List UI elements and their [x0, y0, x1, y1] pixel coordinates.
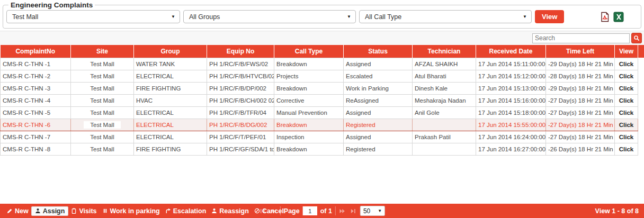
- new-button[interactable]: New: [4, 206, 31, 216]
- group-select[interactable]: All Groups ▼: [183, 10, 356, 23]
- cell-status: Assigned: [344, 58, 413, 70]
- cell-group: FIRE FIGHTING: [134, 143, 207, 155]
- cell-view[interactable]: Click: [615, 106, 638, 119]
- pdf-export-icon[interactable]: [600, 12, 610, 22]
- cell-status: ReAssigned: [344, 94, 413, 106]
- cell-view[interactable]: Click: [615, 70, 638, 82]
- table-row[interactable]: CMS-R C-THN -7Test MallELECTRICALPH 1/RC…: [1, 131, 644, 143]
- chevron-down-icon: ▼: [171, 14, 175, 19]
- col-header-site[interactable]: Site: [71, 45, 134, 58]
- cell-view[interactable]: Click: [615, 58, 638, 70]
- cell-status: Assigned: [344, 106, 413, 119]
- page-size-select[interactable]: 50 ▼: [360, 206, 385, 216]
- cell-group: ELECTRICAL: [134, 131, 207, 143]
- table-row[interactable]: CMS-R C-THN -6Test MallELECTRICALPH 1/RC…: [1, 119, 644, 131]
- row-filler: [638, 131, 644, 143]
- cell-view[interactable]: Click: [615, 82, 638, 94]
- view-button[interactable]: View: [535, 10, 564, 23]
- col-header-received-date[interactable]: Received Date: [476, 45, 546, 58]
- table-row[interactable]: CMS-R C-THN -3Test MallFIRE FIGHTINGPH 1…: [1, 82, 644, 94]
- site-select[interactable]: Test Mall ▼: [6, 10, 180, 23]
- cell-technician: Anil Gole: [413, 106, 476, 119]
- cell-call-type: Inspection: [274, 131, 344, 143]
- prev-page-icon: [270, 208, 276, 214]
- col-header-group[interactable]: Group: [134, 45, 207, 58]
- cell-complaint-no: CMS-R C-THN -8: [1, 143, 71, 155]
- cell-site: Test Mall: [71, 143, 134, 155]
- search-icon: [633, 35, 640, 41]
- pager-separator: [280, 206, 281, 215]
- first-page-button[interactable]: [259, 208, 266, 214]
- cell-complaint-no: CMS-R C-THN -6: [1, 119, 71, 131]
- row-filler: [638, 143, 644, 155]
- cell-group: ELECTRICAL: [134, 119, 207, 131]
- col-header-technician[interactable]: Technician: [413, 45, 476, 58]
- reassign-button[interactable]: Reassign: [209, 206, 252, 216]
- cell-time-left: -27 Day(s) 18 Hr 21 Min: [546, 131, 615, 143]
- col-header-status[interactable]: Status: [344, 45, 413, 58]
- cell-view[interactable]: Click: [615, 94, 638, 106]
- table-row[interactable]: CMS-R C-THN -5Test MallELECTRICALPH 1/RC…: [1, 106, 644, 119]
- cell-call-type: Manual Prevention: [274, 106, 344, 119]
- cell-view[interactable]: Click: [615, 131, 638, 143]
- visits-button[interactable]: Visits: [68, 206, 99, 216]
- engineering-complaints-panel: Engineering Complaints Test Mall ▼ All G…: [3, 1, 641, 29]
- col-header-view[interactable]: View: [615, 45, 638, 58]
- cell-time-left: -27 Day(s) 18 Hr 21 Min: [546, 94, 615, 106]
- cell-equip-no: PH 1/RC/F/B/DG/002: [207, 119, 274, 131]
- cell-received-date: 17 Jun 2014 15:13:00:000: [476, 82, 546, 94]
- col-header-equip-no[interactable]: Equip No: [207, 45, 274, 58]
- cell-equip-no: PH 1/RC/F/B/DP/002: [207, 82, 274, 94]
- cell-site: Test Mall: [71, 131, 134, 143]
- complaints-table-body: CMS-R C-THN -1Test MallWATER TANKPH 1/RC…: [1, 58, 644, 155]
- last-page-button[interactable]: [350, 208, 357, 214]
- last-page-icon: [350, 208, 356, 214]
- next-page-icon: [339, 208, 346, 214]
- search-button[interactable]: [631, 33, 642, 43]
- cell-equip-no: PH 1/RC/F/T/PEF/01: [207, 131, 274, 143]
- prev-page-button[interactable]: [270, 208, 277, 214]
- table-row[interactable]: CMS-R C-THN -4Test MallHVACPH 1/RC/F/B/C…: [1, 94, 644, 106]
- visits-clipboard-icon: [71, 208, 77, 214]
- excel-export-icon[interactable]: [613, 12, 624, 22]
- next-page-button[interactable]: [339, 208, 346, 214]
- cell-view[interactable]: Click: [615, 143, 638, 155]
- footer-toolbar: New Assign Visits Work in parking Escala…: [0, 204, 644, 218]
- table-row[interactable]: CMS-R C-THN -2Test MallELECTRICALPH 1/RC…: [1, 70, 644, 82]
- page-title: Engineering Complaints: [8, 1, 95, 9]
- cell-received-date: 17 Jun 2014 15:12:00:000: [476, 70, 546, 82]
- cell-equip-no: PH 1/RC/F/B/TFR/04: [207, 106, 274, 119]
- cell-time-left: -28 Day(s) 18 Hr 21 Min: [546, 70, 615, 82]
- cell-time-left: -29 Day(s) 18 Hr 21 Min: [546, 82, 615, 94]
- cell-site: Test Mall: [71, 94, 134, 106]
- row-filler: [638, 119, 644, 131]
- col-header-time-left[interactable]: Time Left: [546, 45, 615, 58]
- page-label: Page: [284, 207, 300, 215]
- call-type-select[interactable]: All Call Type ▼: [359, 10, 532, 23]
- cell-complaint-no: CMS-R C-THN -3: [1, 82, 71, 94]
- cell-status: Registered: [344, 119, 413, 131]
- table-row[interactable]: CMS-R C-THN -8Test MallFIRE FIGHTINGPH 1…: [1, 143, 644, 155]
- assign-button[interactable]: Assign: [31, 206, 69, 216]
- pencil-icon: [7, 208, 13, 214]
- page-number-input[interactable]: [303, 206, 317, 215]
- cell-group: WATER TANK: [134, 58, 207, 70]
- header-filler: [638, 45, 644, 58]
- cell-site: Test Mall: [71, 70, 134, 82]
- col-header-complaint-no[interactable]: ComplaintNo: [1, 45, 71, 58]
- escalation-button[interactable]: Escalation: [163, 206, 209, 216]
- table-header-row: ComplaintNo Site Group Equip No Call Typ…: [1, 45, 644, 58]
- cell-received-date: 17 Jun 2014 15:18:00:000: [476, 106, 546, 119]
- cell-view[interactable]: Click: [615, 119, 638, 131]
- row-filler: [638, 70, 644, 82]
- grid-toolbar: [0, 31, 644, 45]
- cell-received-date: 17 Jun 2014 15:11:00:000: [476, 58, 546, 70]
- cell-complaint-no: CMS-R C-THN -4: [1, 94, 71, 106]
- work-in-parking-button[interactable]: Work in parking: [100, 206, 163, 216]
- first-page-icon: [260, 208, 266, 214]
- cell-time-left: -26 Day(s) 18 Hr 21 Min: [546, 143, 615, 155]
- search-input[interactable]: [532, 33, 630, 43]
- col-header-call-type[interactable]: Call Type: [274, 45, 344, 58]
- cell-call-type: Breakdown: [274, 143, 344, 155]
- table-row[interactable]: CMS-R C-THN -1Test MallWATER TANKPH 1/RC…: [1, 58, 644, 70]
